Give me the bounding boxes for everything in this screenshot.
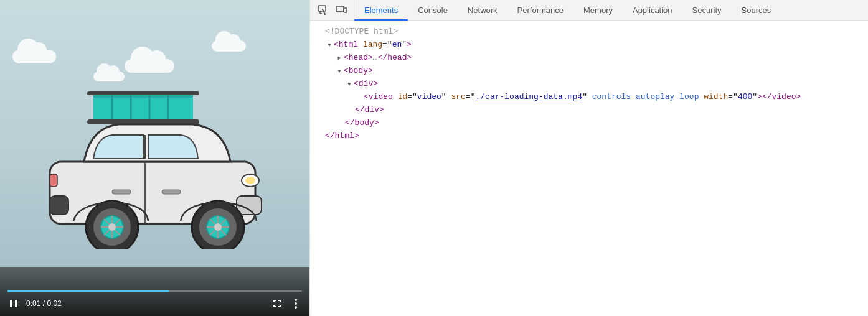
tab-sources[interactable]: Sources [732, 1, 781, 21]
svg-point-32 [108, 223, 116, 231]
html-triangle[interactable] [325, 39, 334, 52]
devtools-icons-group [310, 0, 354, 20]
cloud-3 [212, 40, 246, 52]
code-line-div-open[interactable]: <div> [310, 78, 868, 91]
progress-bar-fill [7, 290, 169, 292]
code-line-body-close: </body> [310, 117, 868, 130]
code-line-video[interactable]: <video id="video" src="./car-loading-dat… [310, 91, 868, 104]
fullscreen-button[interactable] [271, 297, 283, 310]
video-scene [0, 0, 309, 267]
video-src-link[interactable]: ./car-loading-data.mp4 [476, 91, 583, 104]
tab-console[interactable]: Console [408, 1, 458, 21]
time-display: 0:01 / 0:02 [26, 299, 62, 308]
svg-rect-34 [15, 300, 17, 307]
device-icon[interactable] [334, 2, 349, 17]
car-illustration [31, 75, 268, 249]
svg-point-37 [295, 306, 297, 309]
body-triangle[interactable] [335, 65, 344, 78]
video-triangle-spacer [355, 91, 364, 104]
svg-rect-41 [336, 6, 344, 12]
code-line-body-open[interactable]: <body> [310, 65, 868, 78]
video-panel: 0:01 / 0:02 [0, 0, 309, 316]
pause-button[interactable] [7, 297, 20, 310]
more-options-button[interactable] [290, 297, 302, 310]
devtools-panel: Elements Console Network Performance Mem… [309, 0, 868, 316]
svg-point-36 [295, 302, 297, 305]
progress-bar[interactable] [7, 290, 302, 292]
svg-rect-11 [162, 190, 181, 194]
current-time: 0:01 [26, 299, 40, 308]
svg-rect-33 [10, 300, 12, 307]
tab-security[interactable]: Security [682, 1, 732, 21]
code-line-html-close: </html> [310, 130, 868, 143]
cloud-1 [12, 50, 56, 63]
svg-point-24 [214, 223, 222, 231]
svg-rect-13 [50, 196, 68, 215]
tab-network[interactable]: Network [458, 1, 507, 21]
tab-application[interactable]: Application [623, 1, 682, 21]
code-line-doctype: <!DOCTYPE html> [310, 26, 868, 39]
code-panel: <!DOCTYPE html> <html lang="en" > <head>… [310, 21, 868, 316]
svg-rect-16 [50, 174, 57, 187]
doctype-text: <!DOCTYPE html> [325, 26, 398, 39]
devtools-tabs: Elements Console Network Performance Mem… [354, 0, 868, 20]
div-triangle[interactable] [345, 78, 354, 91]
svg-rect-38 [318, 6, 326, 11]
total-time: 0:02 [47, 299, 61, 308]
svg-point-35 [295, 299, 297, 301]
video-controls: 0:01 / 0:02 [0, 267, 309, 316]
svg-rect-6 [87, 91, 199, 95]
controls-row: 0:01 / 0:02 [7, 297, 302, 310]
tab-elements[interactable]: Elements [354, 1, 408, 21]
head-triangle[interactable] [335, 52, 344, 65]
svg-rect-42 [344, 8, 347, 12]
code-line-head[interactable]: <head>…</head> [310, 52, 868, 65]
svg-point-15 [245, 177, 255, 184]
tab-performance[interactable]: Performance [507, 1, 573, 21]
inspect-icon[interactable] [315, 2, 330, 17]
devtools-toolbar: Elements Console Network Performance Mem… [310, 0, 868, 21]
code-line-html-open[interactable]: <html lang="en" > [310, 39, 868, 52]
svg-rect-10 [112, 190, 131, 194]
tab-memory[interactable]: Memory [573, 1, 623, 21]
code-line-div-close: </div> [310, 104, 868, 117]
cloud-2 [125, 59, 174, 73]
